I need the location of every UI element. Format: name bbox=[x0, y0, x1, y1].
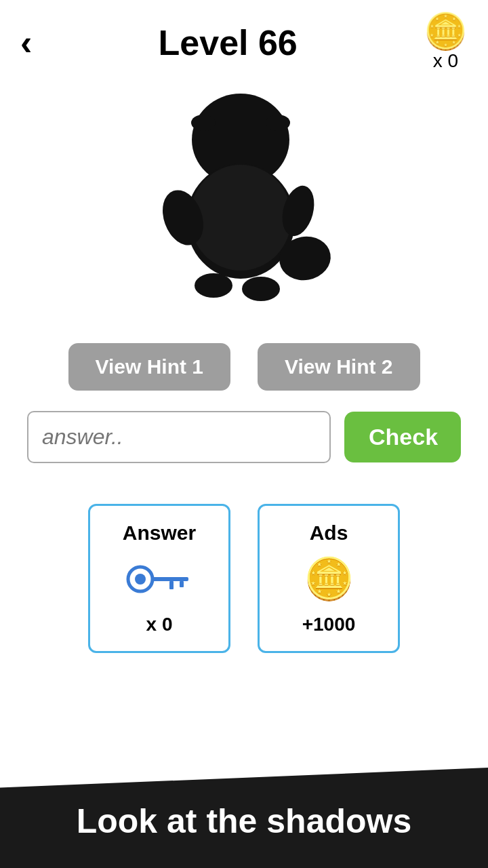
ads-card-label: Ads bbox=[310, 521, 348, 545]
svg-rect-12 bbox=[151, 577, 188, 581]
ads-card-value: +1000 bbox=[302, 614, 356, 635]
ads-powerup-card[interactable]: Ads 🪙 +1000 bbox=[258, 504, 400, 653]
key-icon bbox=[125, 562, 193, 596]
answer-powerup-card[interactable]: Answer x 0 bbox=[88, 504, 230, 653]
svg-point-1 bbox=[191, 115, 216, 131]
hint1-button[interactable]: View Hint 1 bbox=[68, 343, 231, 391]
coins-stack-icon: 🪙 bbox=[304, 559, 354, 599]
bottom-banner-text: Look at the shadows bbox=[27, 788, 461, 841]
coins-display: 🪙 x 0 bbox=[424, 14, 468, 72]
answer-row: Check bbox=[0, 411, 488, 490]
answer-card-label: Answer bbox=[123, 521, 196, 545]
silhouette-area bbox=[0, 79, 488, 336]
svg-rect-14 bbox=[180, 581, 184, 587]
answer-card-value: x 0 bbox=[146, 614, 173, 635]
hint-buttons: View Hint 1 View Hint 2 bbox=[0, 336, 488, 411]
coins-count: x 0 bbox=[433, 50, 458, 72]
back-button[interactable]: ‹ bbox=[20, 25, 32, 60]
powerup-row: Answer x 0 Ads 🪙 +1000 bbox=[0, 490, 488, 680]
svg-point-9 bbox=[242, 277, 280, 301]
svg-point-4 bbox=[190, 165, 291, 271]
key-icon-area bbox=[125, 552, 193, 606]
answer-input[interactable] bbox=[27, 411, 331, 463]
check-button[interactable]: Check bbox=[344, 412, 461, 462]
svg-point-2 bbox=[266, 115, 290, 131]
hint2-button[interactable]: View Hint 2 bbox=[258, 343, 420, 391]
coins-icon: 🪙 bbox=[424, 14, 468, 49]
svg-point-8 bbox=[195, 273, 232, 298]
pokemon-silhouette bbox=[136, 85, 352, 316]
coins-stack-icon-area: 🪙 bbox=[304, 552, 354, 606]
bottom-banner: Look at the shadows bbox=[0, 768, 488, 868]
level-title: Level 66 bbox=[159, 22, 298, 63]
svg-rect-13 bbox=[169, 581, 174, 589]
svg-point-11 bbox=[135, 574, 146, 585]
header: ‹ Level 66 🪙 x 0 bbox=[0, 0, 488, 79]
